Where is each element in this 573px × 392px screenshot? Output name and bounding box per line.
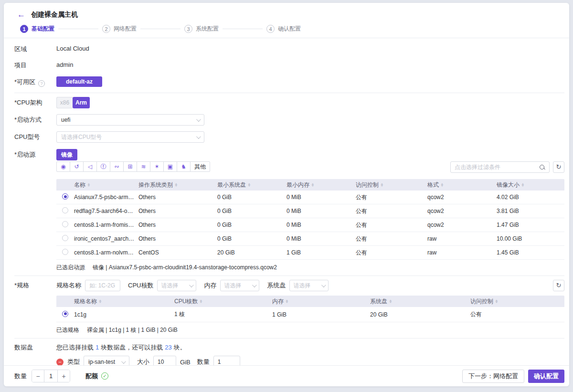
table-row[interactable]: ironic_centos7_aarch64_ft2000_... Others… [56, 232, 564, 246]
sort-icon[interactable]: ▲▼ [286, 299, 288, 303]
os-tab-windows[interactable]: ⊞ [123, 161, 137, 172]
boot-source-image-button[interactable]: 镜像 [56, 149, 77, 160]
os-tab-opensuse[interactable]: ≋ [137, 161, 150, 172]
arch-arm-option[interactable]: Arm [73, 97, 90, 108]
az-default-az-button[interactable]: default-az [56, 76, 102, 87]
image-os: Others [138, 194, 217, 201]
sort-icon[interactable]: ▲▼ [87, 183, 90, 187]
radio-unselected[interactable] [62, 221, 68, 227]
next-step-button[interactable]: 下一步：网络配置 [462, 370, 524, 383]
spec-disk-select[interactable]: 请选择 [289, 280, 329, 291]
confirm-config-button[interactable]: 确认配置 [528, 370, 564, 383]
table-row[interactable]: 1c1g 1 核 1 GiB 20 GiB 公有 [56, 307, 564, 322]
os-tab-debian[interactable]: ◁ [83, 161, 97, 172]
debian-icon: ◁ [88, 164, 92, 170]
col-spec-name: 规格名称 [74, 297, 97, 306]
data-disk-label: 数据盘 [14, 343, 56, 365]
sort-icon[interactable]: ▲▼ [200, 299, 202, 303]
decrement-button[interactable]: − [32, 370, 44, 382]
image-filter-input[interactable] [455, 164, 539, 170]
remove-disk-icon[interactable]: − [56, 359, 64, 366]
disk-size-input[interactable] [153, 356, 176, 365]
radio-unselected[interactable] [62, 249, 68, 255]
os-tab-fedora[interactable]: ⓕ [96, 161, 110, 172]
sort-icon[interactable]: ▲▼ [381, 183, 383, 187]
image-min-mem: 0 MiB [286, 235, 356, 242]
os-tab-kylin[interactable]: ✶ [150, 161, 164, 172]
os-tab-ubuntu[interactable]: ↺ [70, 161, 84, 172]
selected-spec-value: 裸金属 | 1c1g | 1 核 | 1 GiB | 20 GiB [87, 326, 178, 334]
sort-icon[interactable]: ▲▼ [248, 183, 251, 187]
col-spec-disk: 系统盘 [370, 297, 387, 306]
disk-type-value: ip-san-test [88, 359, 115, 365]
table-row[interactable]: centos8.1-arm-nolvm-TS200_22... CentOS 2… [56, 246, 564, 260]
image-format: raw [427, 249, 497, 256]
os-tab-other[interactable]: 其他 [190, 161, 210, 172]
sort-icon[interactable]: ▲▼ [441, 183, 444, 187]
cpu-arch-label: *CPU架构 [14, 97, 56, 108]
step-bar: 1 基础配置 2 网络配置 3 系统配置 4 确认配置 [20, 25, 556, 33]
chevron-down-icon [252, 283, 257, 287]
step-connector [140, 29, 180, 29]
spec-cpu: 1 核 [174, 310, 272, 318]
spec-disk: 20 GiB [370, 311, 470, 318]
table-row[interactable]: Asianux7.5-psbc-arm-cloudinit19... Other… [56, 191, 564, 204]
az-label-wrap: *可用区? [14, 76, 56, 87]
spec-label: *规格 [14, 280, 56, 338]
spec-mem: 1 GiB [272, 311, 370, 318]
os-filter-tabs: ◉ ↺ ◁ ⓕ ∾ ⊞ ≋ ✶ ▣ ♞ 其他 [56, 161, 210, 172]
table-row[interactable]: centos8.1-arm-fromiso-nolvm-TS... Others… [56, 218, 564, 232]
col-os-type: 操作系统类别 [138, 181, 173, 189]
disk-type-select[interactable]: ip-san-test [84, 356, 129, 365]
step-number: 1 [20, 25, 28, 33]
spec-name-input[interactable] [85, 280, 120, 291]
step-basic-config[interactable]: 1 基础配置 [20, 25, 54, 33]
sort-icon[interactable]: ▲▼ [521, 183, 524, 187]
uos-icon: ▣ [168, 164, 173, 170]
image-min-mem: 1 GiB [286, 249, 356, 256]
sort-icon[interactable]: ▲▼ [175, 183, 178, 187]
os-tab-suse[interactable]: ♞ [177, 161, 191, 172]
refresh-button[interactable]: ↻ [553, 161, 564, 173]
step-label: 系统配置 [196, 25, 219, 33]
back-arrow-icon[interactable]: ← [17, 11, 25, 19]
sort-icon[interactable]: ▲▼ [311, 183, 314, 187]
col-format: 格式 [427, 181, 439, 189]
suse-icon: ♞ [181, 164, 186, 170]
search-icon[interactable] [539, 164, 545, 170]
spec-access: 公有 [470, 310, 564, 318]
radio-unselected[interactable] [62, 207, 68, 213]
sort-icon[interactable]: ▲▼ [495, 299, 498, 303]
page-title: 创建裸金属主机 [31, 11, 78, 19]
step-system-config[interactable]: 3 系统配置 [184, 25, 219, 33]
increment-button[interactable]: + [58, 370, 70, 382]
os-tab-uos[interactable]: ▣ [163, 161, 177, 172]
spec-mem-select[interactable]: 请选择 [220, 280, 259, 291]
radio-selected[interactable] [62, 311, 68, 317]
table-row[interactable]: redflag7.5-aarch64-os_release_c... Other… [56, 204, 564, 218]
disk-count-input[interactable] [213, 356, 240, 365]
sort-icon[interactable]: ▲▼ [99, 299, 102, 303]
sort-icon[interactable]: ▲▼ [389, 299, 392, 303]
boot-mode-select[interactable]: uefi [56, 114, 204, 126]
quantity-input[interactable] [44, 370, 58, 382]
opensuse-icon: ≋ [141, 164, 146, 170]
selected-spec-label: 已选规格 [56, 326, 79, 334]
spec-refresh-button[interactable]: ↻ [553, 280, 564, 291]
cpu-model-placeholder: 请选择CPU型号 [61, 133, 102, 141]
spec-cpu-select[interactable]: 请选择 [157, 280, 196, 291]
cpu-model-select[interactable]: 请选择CPU型号 [56, 131, 204, 143]
arch-x86-option[interactable]: x86 [56, 97, 73, 108]
image-access: 公有 [356, 249, 427, 257]
hint-count-attached: 1 [96, 344, 99, 351]
radio-selected[interactable] [62, 193, 68, 200]
step-network-config[interactable]: 2 网络配置 [102, 25, 137, 33]
openeuler-icon: ∾ [114, 164, 119, 170]
os-tab-centos[interactable]: ◉ [56, 161, 70, 172]
os-tab-openeuler[interactable]: ∾ [110, 161, 124, 172]
radio-unselected[interactable] [62, 235, 68, 241]
image-format: qcow2 [427, 208, 497, 214]
help-icon[interactable]: ? [38, 80, 45, 87]
form-content: 区域 Local Cloud 项目 admin *可用区? default-az… [4, 38, 569, 365]
step-confirm-config[interactable]: 4 确认配置 [266, 25, 301, 33]
